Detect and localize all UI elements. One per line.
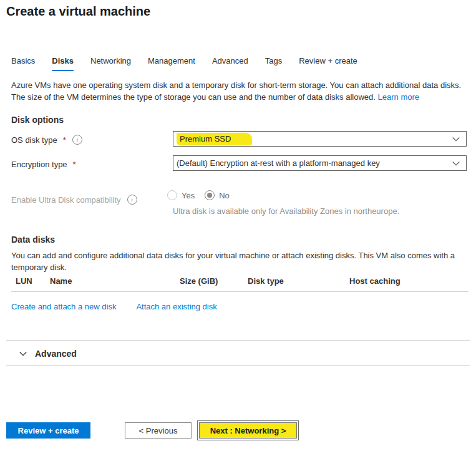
column-header-lun: LUN <box>16 276 50 286</box>
previous-button[interactable]: < Previous <box>125 422 192 439</box>
radio-option-yes: Yes <box>167 190 195 200</box>
tab-management[interactable]: Management <box>148 56 195 71</box>
advanced-expander[interactable]: Advanced <box>19 349 77 359</box>
tab-basics[interactable]: Basics <box>11 56 35 71</box>
required-marker: * <box>63 135 66 145</box>
divider <box>6 340 470 341</box>
ultra-disk-radio-group: Yes No <box>167 190 230 200</box>
radio-label-yes: Yes <box>182 191 195 200</box>
create-attach-new-disk-link[interactable]: Create and attach a new disk <box>11 302 116 311</box>
encryption-type-label-text: Encryption type <box>11 160 67 169</box>
disk-options-heading: Disk options <box>11 115 64 125</box>
chevron-down-icon <box>19 349 27 358</box>
tab-disks[interactable]: Disks <box>52 56 74 71</box>
column-header-name: Name <box>50 276 180 286</box>
data-disks-table-header: LUN Name Size (GiB) Disk type Host cachi… <box>11 276 469 292</box>
review-create-button[interactable]: Review + create <box>6 422 90 439</box>
column-header-disk-type: Disk type <box>248 276 349 286</box>
chevron-down-icon <box>452 135 460 143</box>
radio-button-yes <box>167 190 177 200</box>
page-title: Create a virtual machine <box>6 4 150 19</box>
encryption-type-value: (Default) Encryption at-rest with a plat… <box>177 158 380 168</box>
highlight-annotation: Premium SSD <box>177 132 252 145</box>
column-header-size: Size (GiB) <box>180 276 248 286</box>
os-disk-type-dropdown[interactable]: Premium SSD <box>173 131 467 147</box>
create-vm-page: Create a virtual machine Basics Disks Ne… <box>0 0 476 451</box>
chevron-down-icon <box>452 159 460 168</box>
info-icon[interactable]: i <box>72 135 82 145</box>
tab-review-create[interactable]: Review + create <box>299 56 357 71</box>
intro-text: Azure VMs have one operating system disk… <box>11 79 469 103</box>
data-disk-actions: Create and attach a new disk Attach an e… <box>11 302 217 311</box>
data-disks-heading: Data disks <box>11 235 55 245</box>
ultra-disk-helper-text: Ultra disk is available only for Availab… <box>173 206 399 216</box>
column-header-host-caching: Host caching <box>349 276 469 286</box>
os-disk-type-label-text: OS disk type <box>11 135 57 145</box>
os-disk-type-value: Premium SSD <box>180 133 231 143</box>
ultra-disk-label: Enable Ultra Disk compatibility i <box>11 195 137 205</box>
os-disk-type-label: OS disk type* i <box>11 135 82 145</box>
radio-label-no: No <box>219 191 230 200</box>
radio-option-no: No <box>205 190 230 200</box>
ultra-disk-label-text: Enable Ultra Disk compatibility <box>11 195 121 205</box>
advanced-expander-label: Advanced <box>35 349 77 359</box>
learn-more-link[interactable]: Learn more <box>378 92 419 102</box>
tab-advanced[interactable]: Advanced <box>212 56 248 71</box>
encryption-type-label: Encryption type* <box>11 160 76 169</box>
required-marker: * <box>73 160 76 169</box>
attach-existing-disk-link[interactable]: Attach an existing disk <box>136 302 216 311</box>
next-networking-button[interactable]: Next : Networking > <box>199 422 297 439</box>
encryption-type-dropdown[interactable]: (Default) Encryption at-rest with a plat… <box>173 155 467 171</box>
divider <box>6 365 470 366</box>
data-disks-description: You can add and configure additional dat… <box>11 250 462 273</box>
tab-tags[interactable]: Tags <box>265 56 282 71</box>
wizard-tabs: Basics Disks Networking Management Advan… <box>11 56 357 71</box>
tab-networking[interactable]: Networking <box>90 56 131 71</box>
radio-button-no <box>205 190 215 200</box>
info-icon[interactable]: i <box>127 195 137 205</box>
